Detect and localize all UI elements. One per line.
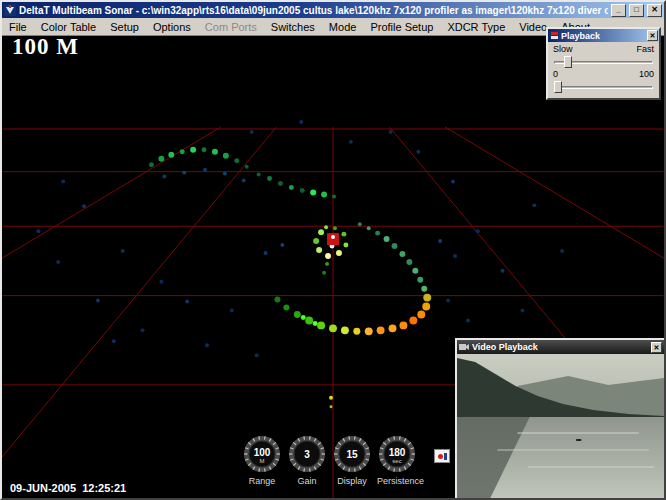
svg-text:3: 3 — [304, 449, 310, 460]
playback-title-bar[interactable]: Playback ✕ — [548, 29, 659, 42]
dial-display[interactable]: 15Display — [332, 435, 372, 486]
datetime-status: 09-JUN-2005 12:25:21 — [10, 482, 126, 494]
video-close-button[interactable]: ✕ — [651, 342, 662, 353]
title-bar[interactable]: DeltaT Multibeam Sonar - c:\win32app\rts… — [2, 2, 664, 18]
playback-window-title: Playback — [561, 31, 645, 41]
menu-item-xdcr-type[interactable]: XDCR Type — [440, 20, 512, 34]
app-window: DeltaT Multibeam Sonar - c:\win32app\rts… — [0, 0, 666, 500]
menu-item-options[interactable]: Options — [146, 20, 198, 34]
display-mode-button[interactable] — [434, 449, 450, 463]
video-playback-window: Video Playback ✕ — [455, 338, 666, 500]
video-title-bar[interactable]: Video Playback ✕ — [457, 340, 664, 354]
svg-text:180: 180 — [389, 447, 406, 458]
playback-window: Playback ✕ Slow Fast 0 100 — [546, 27, 661, 100]
speed-slow-label: Slow — [553, 44, 573, 55]
menu-item-color-table[interactable]: Color Table — [34, 20, 103, 34]
playback-body: Slow Fast 0 100 — [548, 42, 659, 94]
minimize-button[interactable]: _ — [611, 4, 626, 17]
close-button[interactable]: ✕ — [647, 4, 662, 17]
svg-text:M: M — [260, 458, 265, 464]
menu-item-mode[interactable]: Mode — [322, 20, 364, 34]
dial-label: Range — [242, 476, 282, 486]
video-frame — [457, 354, 664, 500]
range-scale-label: 100 M — [12, 34, 79, 60]
position-max-label: 100 — [639, 69, 654, 80]
dial-knob: 15 — [333, 435, 371, 473]
video-camera-icon — [459, 343, 469, 351]
svg-text:15: 15 — [346, 449, 358, 460]
position-slider-thumb[interactable] — [554, 81, 562, 93]
playback-close-button[interactable]: ✕ — [647, 30, 658, 41]
speed-slider[interactable] — [554, 55, 653, 69]
maximize-button[interactable]: □ — [629, 4, 644, 17]
dial-panel: 100MRange3Gain15Display180secPersistence — [242, 435, 417, 486]
mini-bar-icon — [444, 453, 447, 460]
record-dot-icon — [438, 454, 443, 459]
menu-item-switches[interactable]: Switches — [264, 20, 322, 34]
video-window-title: Video Playback — [472, 342, 648, 352]
svg-text:100: 100 — [254, 447, 271, 458]
menu-item-com-ports[interactable]: Com Ports — [198, 20, 264, 34]
position-slider[interactable] — [554, 80, 653, 94]
menu-item-setup[interactable]: Setup — [103, 20, 146, 34]
dial-knob: 180sec — [378, 435, 416, 473]
dial-persistence[interactable]: 180secPersistence — [377, 435, 417, 486]
dial-label: Persistence — [377, 476, 417, 486]
window-title: DeltaT Multibeam Sonar - c:\win32app\rts… — [19, 5, 608, 16]
position-slider-track[interactable] — [554, 86, 653, 89]
lake-scene-image — [457, 354, 664, 500]
svg-text:sec: sec — [392, 458, 401, 464]
dial-knob: 100M — [243, 435, 281, 473]
menu-item-file[interactable]: File — [2, 20, 34, 34]
dial-label: Display — [332, 476, 372, 486]
app-icon — [4, 4, 16, 16]
speed-fast-label: Fast — [636, 44, 654, 55]
speed-slider-thumb[interactable] — [564, 56, 572, 68]
position-min-label: 0 — [553, 69, 558, 80]
dial-knob: 3 — [288, 435, 326, 473]
sonar-center-marker — [327, 233, 339, 245]
menu-item-profile-setup[interactable]: Profile Setup — [363, 20, 440, 34]
playback-icon — [550, 31, 559, 40]
dial-label: Gain — [287, 476, 327, 486]
dial-range[interactable]: 100MRange — [242, 435, 282, 486]
dial-gain[interactable]: 3Gain — [287, 435, 327, 486]
